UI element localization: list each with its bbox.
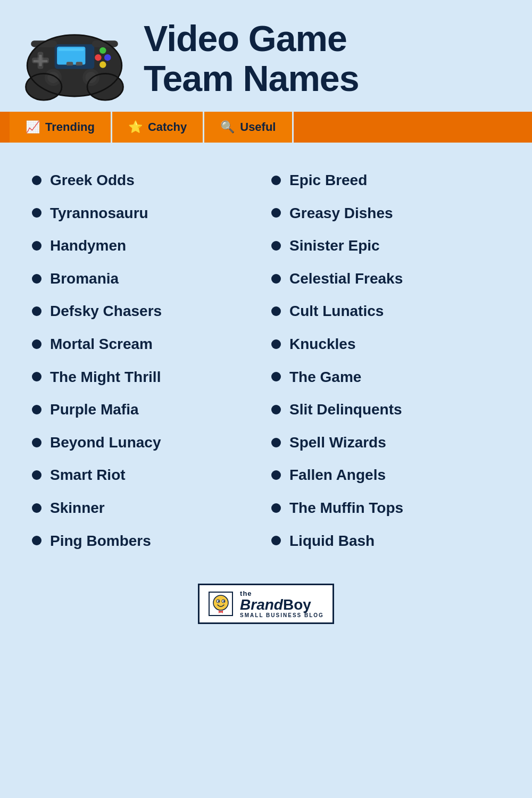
svg-point-13: [99, 47, 106, 54]
list-item: Skinner: [32, 492, 271, 525]
list-item: Spell Wizards: [271, 426, 511, 459]
bullet-icon: [271, 339, 281, 349]
tab-useful[interactable]: 🔍 Useful: [204, 112, 293, 143]
list-item: Handymen: [32, 229, 271, 262]
logo-text: the BrandBoy SMALL BUSINESS BLOG: [240, 589, 324, 618]
list-item: Smart Riot: [32, 459, 271, 492]
list-item: Mortal Scream: [32, 328, 271, 361]
logo-mascot-icon: [208, 591, 234, 617]
item-text: Beyond Lunacy: [50, 434, 161, 452]
tabs-bar: 📈 Trending ⭐ Catchy 🔍 Useful: [0, 112, 532, 143]
svg-point-11: [95, 54, 101, 61]
bullet-icon: [271, 306, 281, 316]
svg-rect-5: [59, 48, 84, 51]
bullet-icon: [32, 470, 41, 480]
bullet-icon: [32, 536, 41, 545]
bullet-icon: [271, 536, 281, 545]
logo-brandboy: BrandBoy: [240, 597, 311, 612]
item-text: The Game: [289, 368, 361, 386]
svg-point-14: [99, 61, 106, 68]
bullet-icon: [32, 438, 41, 447]
bullet-icon: [32, 372, 41, 381]
list-item: The Muffin Tops: [271, 492, 511, 525]
svg-rect-19: [66, 62, 73, 65]
item-text: Bromania: [50, 270, 119, 288]
list-item: Tyrannosauru: [32, 197, 271, 230]
tab-catchy[interactable]: ⭐ Catchy: [112, 112, 204, 143]
svg-point-35: [220, 611, 222, 613]
bullet-icon: [32, 306, 41, 316]
page-title: Video Game Team Names: [144, 19, 359, 98]
item-text: Fallen Angels: [289, 466, 386, 484]
item-text: Tyrannosauru: [50, 204, 148, 222]
bullet-icon: [32, 405, 41, 414]
tab-catchy-label: Catchy: [148, 120, 187, 134]
item-text: Epic Breed: [289, 171, 367, 189]
bullet-icon: [32, 176, 41, 185]
bullet-icon: [32, 339, 41, 349]
item-text: Celestial Freaks: [289, 270, 403, 288]
bullet-icon: [271, 372, 281, 381]
list-item: Sinister Epic: [271, 229, 511, 262]
item-text: Knuckles: [289, 335, 356, 353]
item-text: The Muffin Tops: [289, 499, 403, 517]
bullet-icon: [271, 241, 281, 251]
header: Video Game Team Names: [0, 0, 532, 112]
list-item: Epic Breed: [271, 164, 511, 197]
list-item: Greasy Dishes: [271, 197, 511, 230]
page-wrapper: Video Game Team Names 📈 Trending ⭐ Catch…: [0, 0, 532, 798]
bullet-icon: [271, 208, 281, 218]
bullet-icon: [271, 274, 281, 284]
list-item: Ping Bombers: [32, 525, 271, 558]
list-item: Greek Odds: [32, 164, 271, 197]
item-text: Slit Delinquents: [289, 401, 402, 419]
useful-icon: 🔍: [220, 120, 235, 134]
item-text: Mortal Scream: [50, 335, 153, 353]
catchy-icon: ⭐: [128, 120, 143, 134]
tab-accent-left: [0, 112, 10, 143]
controller-icon: [21, 16, 128, 101]
main-content: Greek Odds Tyrannosauru Handymen Bromani…: [0, 159, 532, 573]
list-item: The Might Thrill: [32, 361, 271, 394]
item-text: The Might Thrill: [50, 368, 161, 386]
item-text: Smart Riot: [50, 466, 126, 484]
bullet-icon: [271, 438, 281, 447]
list-item: Slit Delinquents: [271, 393, 511, 426]
list-item: Celestial Freaks: [271, 262, 511, 295]
svg-point-32: [223, 601, 225, 602]
bullet-icon: [32, 503, 41, 513]
item-text: Handymen: [50, 237, 126, 255]
bullet-icon: [271, 405, 281, 414]
item-text: Purple Mafia: [50, 401, 138, 419]
item-text: Liquid Bash: [289, 532, 375, 550]
brandboy-logo: the BrandBoy SMALL BUSINESS BLOG: [198, 584, 334, 624]
item-text: Cult Lunatics: [289, 302, 384, 320]
left-column: Greek Odds Tyrannosauru Handymen Bromani…: [32, 164, 271, 557]
list-item: Liquid Bash: [271, 525, 511, 558]
list-item: Beyond Lunacy: [32, 426, 271, 459]
svg-point-31: [218, 601, 220, 602]
bullet-icon: [32, 208, 41, 218]
item-text: Defsky Chasers: [50, 302, 162, 320]
list-item: Fallen Angels: [271, 459, 511, 492]
bullet-icon: [32, 274, 41, 284]
tab-trending[interactable]: 📈 Trending: [10, 112, 112, 143]
trending-icon: 📈: [26, 120, 40, 134]
list-item: Defsky Chasers: [32, 295, 271, 328]
list-item: The Game: [271, 361, 511, 394]
svg-point-18: [85, 72, 96, 83]
svg-rect-20: [76, 62, 82, 65]
list-item: Purple Mafia: [32, 393, 271, 426]
svg-point-28: [213, 595, 228, 610]
tab-useful-label: Useful: [240, 120, 276, 134]
bullet-icon: [271, 176, 281, 185]
tab-accent-right: [294, 112, 533, 143]
bullet-icon: [32, 241, 41, 251]
item-text: Greasy Dishes: [289, 204, 393, 222]
item-text: Ping Bombers: [50, 532, 151, 550]
tab-trending-label: Trending: [45, 120, 95, 134]
footer: the BrandBoy SMALL BUSINESS BLOG: [0, 573, 532, 640]
right-column: Epic Breed Greasy Dishes Sinister Epic C…: [271, 164, 511, 557]
item-text: Greek Odds: [50, 171, 135, 189]
bullet-icon: [271, 470, 281, 480]
